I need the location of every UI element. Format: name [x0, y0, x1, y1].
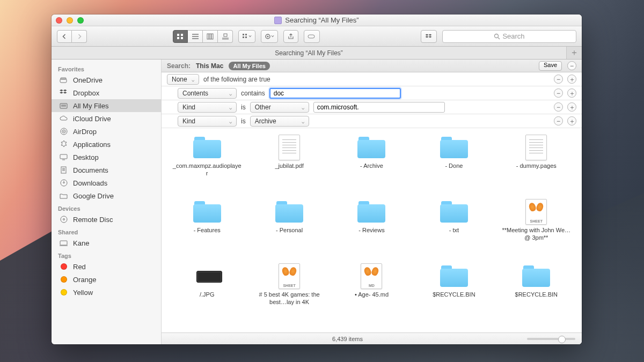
add-row-button[interactable]: ＋	[567, 102, 576, 112]
sidebar-item-applications[interactable]: Applications	[52, 138, 161, 151]
sidebar-item-desktop[interactable]: Desktop	[52, 151, 161, 164]
result-item[interactable]: $RECYCLE.BIN	[414, 264, 494, 327]
criteria-value-input[interactable]	[269, 88, 401, 99]
result-item[interactable]: SHEET# 5 best 4K games: the best…lay in …	[249, 264, 329, 327]
add-row-button[interactable]: ＋	[567, 88, 576, 98]
traffic-lights	[56, 17, 84, 24]
folder-icon	[440, 201, 468, 223]
scope-this-mac[interactable]: This Mac	[196, 62, 223, 70]
sidebar-item-label: Google Drive	[73, 192, 114, 200]
svg-point-21	[63, 131, 64, 132]
criteria-op: is	[241, 104, 246, 111]
save-search-button[interactable]: Save	[539, 61, 562, 71]
result-label: /.JPG	[200, 291, 215, 299]
dropbox-button[interactable]	[421, 30, 437, 43]
result-item[interactable]: _com.maxmpz.audioplayer	[167, 136, 247, 198]
sidebar-item-dropbox[interactable]: Dropbox	[52, 86, 161, 99]
result-label: - Personal	[276, 227, 303, 234]
list-view-button[interactable]	[188, 30, 203, 43]
sidebar-heading-favorites: Favorites	[52, 63, 161, 73]
sidebar[interactable]: Favorites OneDrive Dropbox All My Files …	[52, 60, 162, 344]
icon-size-slider[interactable]	[527, 338, 575, 340]
result-item[interactable]: - Archive	[332, 136, 412, 198]
sidebar-heading-devices: Devices	[52, 202, 161, 213]
sidebar-item-all-my-files[interactable]: All My Files	[52, 99, 161, 112]
search-scope-bar: Search: This Mac All My Files Save −	[162, 60, 582, 72]
back-button[interactable]	[57, 30, 72, 43]
icon-view-button[interactable]	[173, 30, 188, 43]
add-row-button[interactable]: ＋	[567, 75, 576, 84]
remove-row-button[interactable]: −	[554, 75, 563, 84]
result-item[interactable]: - dummy.pages	[496, 136, 576, 198]
tags-button[interactable]	[304, 30, 320, 43]
results-area[interactable]: _com.maxmpz.audioplayer_jubilat.pdf- Arc…	[162, 128, 582, 333]
search-placeholder: Search	[502, 32, 524, 40]
remove-row-button[interactable]: −	[554, 116, 563, 125]
result-item[interactable]: /.JPG	[167, 264, 247, 327]
sidebar-tag-yellow[interactable]: Yellow	[52, 286, 161, 299]
tab-searching[interactable]: Searching “All My Files”	[52, 47, 567, 59]
sidebar-item-google-drive[interactable]: Google Drive	[52, 189, 161, 202]
result-item[interactable]: MD• Age- 45.md	[332, 264, 412, 327]
svg-rect-7	[224, 34, 227, 36]
result-item[interactable]: _jubilat.pdf	[249, 136, 329, 198]
result-item[interactable]: - Done	[414, 136, 494, 198]
criteria-attr-select[interactable]: Kind	[178, 116, 237, 127]
minimize-button[interactable]	[67, 17, 73, 24]
criteria-attr-select[interactable]: Contents	[178, 88, 237, 99]
forward-button[interactable]	[72, 30, 87, 43]
result-item[interactable]: $RECYCLE.BIN	[496, 264, 576, 327]
sheet-icon: SHEET	[525, 199, 547, 225]
computer-icon	[59, 238, 69, 248]
coverflow-view-button[interactable]	[218, 30, 233, 43]
criteria-value-select[interactable]: Other	[250, 102, 309, 113]
sidebar-item-documents[interactable]: Documents	[52, 164, 161, 176]
result-item[interactable]: - Reviews	[332, 200, 412, 262]
column-view-button[interactable]	[203, 30, 218, 43]
search-field[interactable]: Search	[442, 30, 576, 43]
action-button[interactable]	[261, 30, 278, 43]
zoom-button[interactable]	[77, 17, 84, 24]
criteria-value-input[interactable]	[313, 102, 445, 113]
sidebar-item-icloud[interactable]: iCloud Drive	[52, 112, 161, 125]
folder-icon	[193, 137, 221, 158]
result-item[interactable]: - Features	[167, 200, 247, 262]
svg-rect-6	[211, 34, 213, 39]
scope-all-my-files[interactable]: All My Files	[229, 62, 270, 70]
criteria-row-3: Kind is Archive − ＋	[162, 114, 582, 128]
share-button[interactable]	[283, 30, 298, 43]
sidebar-item-label: Desktop	[73, 153, 99, 161]
add-row-button[interactable]: ＋	[567, 116, 576, 125]
result-item[interactable]: - txt	[414, 200, 494, 262]
svg-rect-3	[181, 37, 183, 39]
sidebar-item-remote-disc[interactable]: Remote Disc	[52, 213, 161, 226]
sidebar-tag-orange[interactable]: Orange	[52, 273, 161, 286]
disc-icon	[59, 215, 69, 224]
remove-row-button[interactable]: −	[554, 102, 563, 112]
result-item[interactable]: SHEET**Meeting with John We…@ 3pm**	[496, 200, 576, 262]
criteria-joiner-select[interactable]: None	[167, 74, 199, 85]
sidebar-item-airdrop[interactable]: AirDrop	[52, 125, 161, 138]
remove-criteria-button[interactable]: −	[567, 61, 576, 70]
result-label: _jubilat.pdf	[275, 162, 303, 170]
sidebar-item-label: OneDrive	[73, 76, 103, 84]
arrange-button[interactable]	[238, 30, 255, 43]
sidebar-tag-red[interactable]: Red	[52, 260, 161, 273]
remove-row-button[interactable]: −	[554, 88, 563, 98]
sidebar-item-label: Remote Disc	[73, 216, 113, 224]
criteria-attr-select[interactable]: Kind	[178, 102, 237, 113]
criteria-value-select[interactable]: Archive	[250, 116, 309, 127]
sidebar-item-label: Dropbox	[73, 89, 99, 97]
svg-point-26	[63, 219, 65, 220]
sidebar-item-downloads[interactable]: Downloads	[52, 176, 161, 189]
result-label: • Age- 45.md	[355, 291, 389, 299]
folder-icon	[59, 191, 69, 201]
criteria-text: of the following are true	[203, 76, 270, 83]
result-item[interactable]: - Personal	[249, 200, 329, 262]
item-count: 6,439 items	[168, 336, 527, 342]
sidebar-item-onedrive[interactable]: OneDrive	[52, 73, 161, 86]
svg-rect-1	[181, 34, 183, 36]
new-tab-button[interactable]: ＋	[567, 47, 582, 59]
sidebar-item-kane[interactable]: Kane	[52, 237, 161, 249]
close-button[interactable]	[56, 17, 62, 24]
